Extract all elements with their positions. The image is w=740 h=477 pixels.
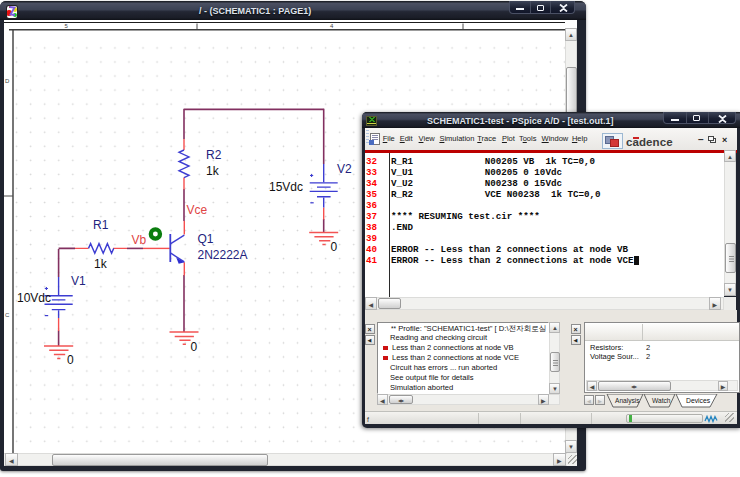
svg-text:Watch: Watch	[652, 397, 671, 404]
svg-text:Analysis: Analysis	[615, 397, 640, 405]
svg-text:Devices: Devices	[686, 397, 711, 404]
